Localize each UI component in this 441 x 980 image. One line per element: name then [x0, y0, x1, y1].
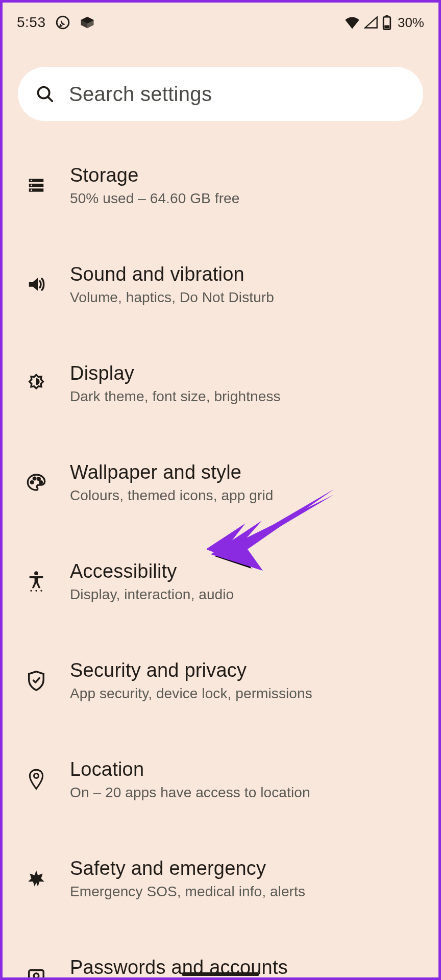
item-title: Security and privacy	[70, 659, 312, 681]
item-sub: Volume, haptics, Do Not Disturb	[70, 289, 274, 306]
svg-point-13	[33, 477, 36, 480]
accessibility-icon	[25, 570, 47, 593]
svg-rect-2	[385, 15, 388, 17]
item-sub: App security, device lock, permissions	[70, 685, 312, 702]
item-text: Display Dark theme, font size, brightnes…	[70, 362, 281, 405]
item-accessibility[interactable]: Accessibility Display, interaction, audi…	[18, 560, 423, 603]
status-right: 30%	[345, 15, 424, 31]
item-display[interactable]: Display Dark theme, font size, brightnes…	[18, 362, 423, 405]
svg-point-20	[34, 774, 39, 778]
item-title: Wallpaper and style	[70, 461, 273, 483]
item-location[interactable]: Location On – 20 apps have access to loc…	[18, 758, 423, 801]
item-text: Location On – 20 apps have access to loc…	[70, 758, 310, 801]
item-security[interactable]: Security and privacy App security, devic…	[18, 659, 423, 702]
svg-rect-3	[384, 25, 389, 28]
item-title: Storage	[70, 164, 239, 186]
item-text: Sound and vibration Volume, haptics, Do …	[70, 263, 274, 306]
cell-signal-icon	[364, 16, 378, 29]
nav-bar-pill[interactable]	[182, 972, 259, 976]
item-safety[interactable]: Safety and emergency Emergency SOS, medi…	[18, 857, 423, 900]
svg-point-19	[40, 590, 42, 592]
item-sub: Display, interaction, audio	[70, 586, 234, 603]
search-bar[interactable]: Search settings	[18, 67, 423, 121]
settings-list: Storage 50% used – 64.60 GB free Sound a…	[3, 164, 438, 977]
svg-point-16	[34, 571, 38, 575]
item-text: Storage 50% used – 64.60 GB free	[70, 164, 239, 207]
item-title: Accessibility	[70, 560, 234, 582]
sound-icon	[25, 273, 47, 296]
svg-point-10	[31, 184, 32, 186]
search-placeholder: Search settings	[69, 83, 212, 106]
display-icon	[25, 372, 47, 395]
svg-point-17	[30, 590, 32, 592]
palette-icon	[25, 471, 47, 494]
battery-icon	[382, 15, 391, 30]
item-text: Wallpaper and style Colours, themed icon…	[70, 461, 273, 504]
svg-point-11	[31, 189, 32, 191]
svg-point-18	[35, 590, 37, 592]
item-title: Display	[70, 362, 281, 384]
item-title: Sound and vibration	[70, 263, 274, 285]
svg-point-14	[38, 478, 40, 480]
wifi-icon	[345, 16, 360, 29]
svg-point-9	[31, 180, 32, 181]
item-text: Safety and emergency Emergency SOS, medi…	[70, 857, 305, 900]
clock: 5:53	[17, 14, 46, 31]
storage-icon	[25, 174, 47, 197]
item-wallpaper[interactable]: Wallpaper and style Colours, themed icon…	[18, 461, 423, 504]
status-left: 5:53	[17, 14, 95, 31]
status-bar: 5:53	[3, 3, 438, 40]
item-storage[interactable]: Storage 50% used – 64.60 GB free	[18, 164, 423, 207]
svg-point-0	[57, 16, 69, 29]
shield-icon	[25, 669, 47, 692]
svg-line-5	[48, 97, 53, 102]
package-icon	[80, 15, 95, 30]
item-text: Accessibility Display, interaction, audi…	[70, 560, 234, 603]
item-text: Security and privacy App security, devic…	[70, 659, 312, 702]
svg-point-15	[40, 481, 42, 484]
item-sound[interactable]: Sound and vibration Volume, haptics, Do …	[18, 263, 423, 306]
item-title: Location	[70, 758, 310, 780]
whatsapp-icon	[55, 15, 70, 30]
search-icon	[35, 84, 55, 104]
svg-point-22	[34, 973, 39, 977]
svg-point-12	[31, 481, 33, 484]
item-sub: Dark theme, font size, brightness	[70, 388, 281, 405]
location-icon	[25, 768, 47, 791]
settings-screen: 5:53	[3, 3, 438, 977]
item-sub: 50% used – 64.60 GB free	[70, 190, 239, 207]
battery-percent: 30%	[398, 15, 424, 31]
item-sub: On – 20 apps have access to location	[70, 785, 310, 801]
item-sub: Colours, themed icons, app grid	[70, 487, 273, 504]
item-title: Safety and emergency	[70, 857, 305, 879]
account-icon	[25, 966, 47, 977]
medical-icon	[25, 867, 47, 890]
item-sub: Emergency SOS, medical info, alerts	[70, 884, 305, 900]
